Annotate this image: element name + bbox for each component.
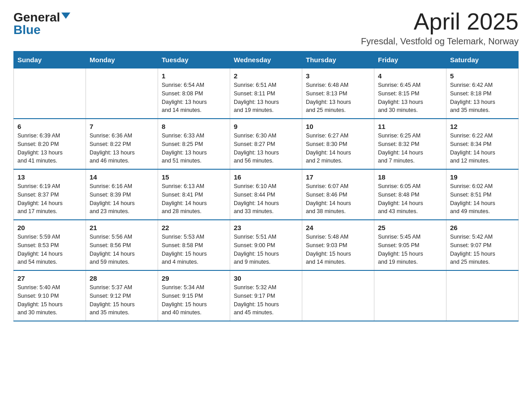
day-info: Sunrise: 6:30 AM Sunset: 8:27 PM Dayligh… [234, 132, 298, 165]
table-row: 28Sunrise: 5:37 AM Sunset: 9:12 PM Dayli… [86, 270, 158, 321]
day-info: Sunrise: 6:39 AM Sunset: 8:20 PM Dayligh… [17, 132, 82, 165]
table-row: 15Sunrise: 6:13 AM Sunset: 8:41 PM Dayli… [158, 169, 230, 220]
day-number: 6 [17, 123, 82, 130]
day-number: 29 [162, 274, 226, 282]
day-info: Sunrise: 6:13 AM Sunset: 8:41 PM Dayligh… [162, 182, 226, 216]
day-number: 18 [378, 173, 442, 181]
calendar-week-row: 20Sunrise: 5:59 AM Sunset: 8:53 PM Dayli… [14, 220, 519, 270]
table-row: 1Sunrise: 6:54 AM Sunset: 8:08 PM Daylig… [158, 68, 230, 119]
calendar-header-row: Sunday Monday Tuesday Wednesday Thursday… [14, 51, 519, 68]
day-number: 11 [378, 123, 442, 130]
day-info: Sunrise: 6:19 AM Sunset: 8:37 PM Dayligh… [17, 182, 82, 216]
day-number: 19 [450, 173, 515, 181]
table-row: 14Sunrise: 6:16 AM Sunset: 8:39 PM Dayli… [86, 169, 158, 220]
day-info: Sunrise: 5:40 AM Sunset: 9:10 PM Dayligh… [17, 283, 82, 317]
logo: General Blue [13, 9, 70, 36]
col-monday: Monday [86, 51, 158, 68]
day-number: 20 [17, 224, 82, 231]
day-number: 1 [162, 72, 226, 80]
day-info: Sunrise: 6:27 AM Sunset: 8:30 PM Dayligh… [306, 132, 370, 165]
table-row: 21Sunrise: 5:56 AM Sunset: 8:56 PM Dayli… [86, 220, 158, 270]
day-number: 8 [162, 123, 226, 130]
day-number: 10 [306, 123, 370, 130]
table-row: 4Sunrise: 6:45 AM Sunset: 8:15 PM Daylig… [374, 68, 446, 119]
table-row: 8Sunrise: 6:33 AM Sunset: 8:25 PM Daylig… [158, 119, 230, 169]
table-row: 26Sunrise: 5:42 AM Sunset: 9:07 PM Dayli… [446, 220, 519, 270]
day-info: Sunrise: 6:51 AM Sunset: 8:11 PM Dayligh… [234, 81, 298, 115]
table-row: 16Sunrise: 6:10 AM Sunset: 8:44 PM Dayli… [230, 169, 302, 220]
table-row: 11Sunrise: 6:25 AM Sunset: 8:32 PM Dayli… [374, 119, 446, 169]
logo-text-general: General [13, 11, 60, 24]
logo-triangle-icon [61, 13, 70, 19]
day-info: Sunrise: 6:48 AM Sunset: 8:13 PM Dayligh… [306, 81, 370, 115]
day-info: Sunrise: 6:45 AM Sunset: 8:15 PM Dayligh… [378, 81, 442, 115]
title-area: April 2025 Fyresdal, Vestfold og Telemar… [361, 9, 519, 47]
day-number: 23 [234, 224, 298, 231]
table-row: 20Sunrise: 5:59 AM Sunset: 8:53 PM Dayli… [14, 220, 86, 270]
day-number: 5 [450, 72, 515, 80]
col-friday: Friday [374, 51, 446, 68]
day-number: 21 [90, 224, 154, 231]
day-info: Sunrise: 5:51 AM Sunset: 9:00 PM Dayligh… [234, 233, 298, 266]
table-row: 12Sunrise: 6:22 AM Sunset: 8:34 PM Dayli… [446, 119, 519, 169]
day-number: 3 [306, 72, 370, 80]
page-title: April 2025 [361, 9, 519, 34]
col-tuesday: Tuesday [158, 51, 230, 68]
calendar-week-row: 1Sunrise: 6:54 AM Sunset: 8:08 PM Daylig… [14, 68, 519, 119]
col-saturday: Saturday [446, 51, 519, 68]
table-row: 30Sunrise: 5:32 AM Sunset: 9:17 PM Dayli… [230, 270, 302, 321]
day-number: 2 [234, 72, 298, 80]
day-info: Sunrise: 6:16 AM Sunset: 8:39 PM Dayligh… [90, 182, 154, 216]
calendar-week-row: 13Sunrise: 6:19 AM Sunset: 8:37 PM Dayli… [14, 169, 519, 220]
day-info: Sunrise: 5:56 AM Sunset: 8:56 PM Dayligh… [90, 233, 154, 266]
table-row: 24Sunrise: 5:48 AM Sunset: 9:03 PM Dayli… [302, 220, 374, 270]
table-row: 3Sunrise: 6:48 AM Sunset: 8:13 PM Daylig… [302, 68, 374, 119]
day-info: Sunrise: 6:02 AM Sunset: 8:51 PM Dayligh… [450, 182, 515, 216]
day-number: 27 [17, 274, 82, 282]
day-info: Sunrise: 5:48 AM Sunset: 9:03 PM Dayligh… [306, 233, 370, 266]
day-number: 15 [162, 173, 226, 181]
table-row: 29Sunrise: 5:34 AM Sunset: 9:15 PM Dayli… [158, 270, 230, 321]
day-number: 24 [306, 224, 370, 231]
calendar-table: Sunday Monday Tuesday Wednesday Thursday… [13, 51, 519, 321]
day-info: Sunrise: 6:10 AM Sunset: 8:44 PM Dayligh… [234, 182, 298, 216]
logo-text-blue: Blue [13, 24, 41, 36]
table-row [302, 270, 374, 321]
day-number: 4 [378, 72, 442, 80]
day-info: Sunrise: 6:36 AM Sunset: 8:22 PM Dayligh… [90, 132, 154, 165]
table-row: 7Sunrise: 6:36 AM Sunset: 8:22 PM Daylig… [86, 119, 158, 169]
table-row: 10Sunrise: 6:27 AM Sunset: 8:30 PM Dayli… [302, 119, 374, 169]
table-row: 17Sunrise: 6:07 AM Sunset: 8:46 PM Dayli… [302, 169, 374, 220]
day-info: Sunrise: 5:42 AM Sunset: 9:07 PM Dayligh… [450, 233, 515, 266]
day-number: 16 [234, 173, 298, 181]
day-number: 12 [450, 123, 515, 130]
day-info: Sunrise: 6:33 AM Sunset: 8:25 PM Dayligh… [162, 132, 226, 165]
table-row [86, 68, 158, 119]
day-number: 30 [234, 274, 298, 282]
day-number: 13 [17, 173, 82, 181]
header-area: General Blue April 2025 Fyresdal, Vestfo… [13, 9, 519, 47]
table-row [446, 270, 519, 321]
day-info: Sunrise: 6:22 AM Sunset: 8:34 PM Dayligh… [450, 132, 515, 165]
col-thursday: Thursday [302, 51, 374, 68]
table-row: 9Sunrise: 6:30 AM Sunset: 8:27 PM Daylig… [230, 119, 302, 169]
day-info: Sunrise: 5:59 AM Sunset: 8:53 PM Dayligh… [17, 233, 82, 266]
col-sunday: Sunday [14, 51, 86, 68]
day-number: 17 [306, 173, 370, 181]
day-number: 14 [90, 173, 154, 181]
day-number: 28 [90, 274, 154, 282]
calendar-week-row: 6Sunrise: 6:39 AM Sunset: 8:20 PM Daylig… [14, 119, 519, 169]
table-row: 6Sunrise: 6:39 AM Sunset: 8:20 PM Daylig… [14, 119, 86, 169]
page-subtitle: Fyresdal, Vestfold og Telemark, Norway [361, 36, 519, 47]
table-row: 19Sunrise: 6:02 AM Sunset: 8:51 PM Dayli… [446, 169, 519, 220]
table-row [374, 270, 446, 321]
day-info: Sunrise: 5:32 AM Sunset: 9:17 PM Dayligh… [234, 283, 298, 317]
day-info: Sunrise: 5:37 AM Sunset: 9:12 PM Dayligh… [90, 283, 154, 317]
table-row: 13Sunrise: 6:19 AM Sunset: 8:37 PM Dayli… [14, 169, 86, 220]
day-info: Sunrise: 6:05 AM Sunset: 8:48 PM Dayligh… [378, 182, 442, 216]
table-row: 23Sunrise: 5:51 AM Sunset: 9:00 PM Dayli… [230, 220, 302, 270]
day-info: Sunrise: 6:42 AM Sunset: 8:18 PM Dayligh… [450, 81, 515, 115]
table-row: 22Sunrise: 5:53 AM Sunset: 8:58 PM Dayli… [158, 220, 230, 270]
day-number: 7 [90, 123, 154, 130]
day-info: Sunrise: 5:53 AM Sunset: 8:58 PM Dayligh… [162, 233, 226, 266]
